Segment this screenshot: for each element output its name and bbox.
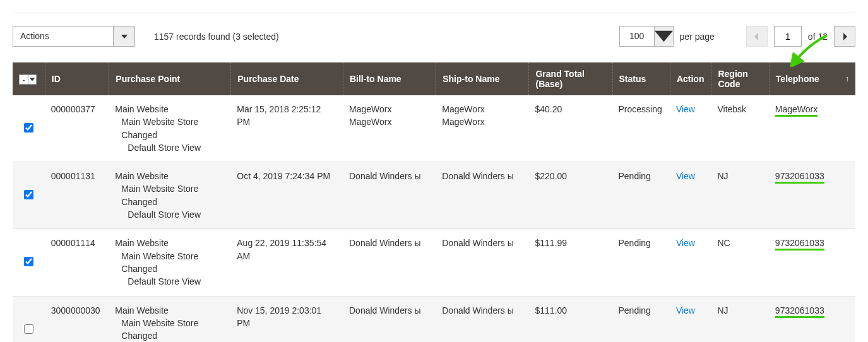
view-link[interactable]: View — [676, 104, 695, 114]
cell-ship-to: MageWorxMageWorx — [436, 95, 528, 162]
cell-region: Vitebsk — [711, 95, 768, 162]
per-page-select[interactable]: 100 — [619, 26, 674, 47]
row-checkbox[interactable] — [24, 123, 33, 133]
cell-purchase-date: Mar 15, 2018 2:25:12 PM — [230, 95, 343, 162]
cell-status: Pending — [612, 297, 670, 342]
cell-purchase-date: Oct 4, 2019 7:24:34 PM — [230, 162, 343, 229]
next-page-button[interactable] — [834, 26, 855, 47]
per-page-value: 100 — [619, 26, 655, 47]
cell-status: Processing — [612, 95, 670, 162]
total-pages: of 12 — [808, 32, 828, 42]
row-checkbox[interactable] — [24, 257, 33, 266]
cell-id: 000001114 — [45, 229, 109, 296]
actions-dropdown[interactable]: Actions — [13, 26, 135, 47]
header-bill-to[interactable]: Bill-to Name — [343, 62, 436, 95]
row-checkbox[interactable] — [24, 324, 33, 334]
cell-purchase-point: Main WebsiteMain Website Store ChangedDe… — [109, 162, 230, 229]
per-page-label: per page — [680, 32, 715, 42]
cell-telephone: MageWorx — [769, 95, 855, 162]
cell-purchase-date: Aug 22, 2019 11:35:54 AM — [230, 229, 343, 296]
header-telephone[interactable]: Telephone ↑ — [769, 62, 855, 95]
table-row: 3000000030Main WebsiteMain Website Store… — [13, 297, 855, 342]
cell-id: 3000000030 — [45, 297, 109, 342]
view-link[interactable]: View — [676, 238, 695, 248]
cell-action: View — [670, 162, 711, 229]
cell-purchase-point: Main WebsiteMain Website Store ChangedDe… — [109, 95, 230, 162]
cell-bill-to: Donald Winders ы — [343, 229, 436, 296]
actions-label: Actions — [13, 26, 114, 47]
cell-telephone: 9732061033 — [769, 297, 855, 342]
cell-telephone: 9732061033 — [769, 162, 855, 229]
cell-grand-total: $40.20 — [528, 95, 612, 162]
cell-grand-total: $111.99 — [528, 229, 612, 296]
cell-grand-total: $111.00 — [528, 297, 612, 342]
toolbar: Actions 1157 records found (3 selected) … — [13, 26, 855, 47]
table-row: 000000377Main WebsiteMain Website Store … — [13, 95, 855, 162]
sort-asc-icon: ↑ — [845, 74, 849, 83]
chevron-down-icon[interactable] — [655, 26, 674, 47]
top-divider — [13, 13, 855, 13]
header-action: Action — [670, 62, 711, 95]
cell-region: NC — [711, 229, 768, 296]
table-row: 000001114Main WebsiteMain Website Store … — [13, 229, 855, 296]
orders-grid: - ID Purchase Point Purchase Date Bill-t… — [13, 62, 855, 342]
header-purchase-point[interactable]: Purchase Point — [109, 62, 230, 95]
header-region[interactable]: Region Code — [711, 62, 768, 95]
page-number-input[interactable] — [774, 26, 802, 47]
header-purchase-date[interactable]: Purchase Date — [230, 62, 343, 95]
cell-purchase-date: Nov 15, 2019 2:03:01 PM — [230, 297, 343, 342]
cell-id: 000001131 — [45, 162, 109, 229]
view-link[interactable]: View — [676, 305, 695, 315]
cell-action: View — [670, 297, 711, 342]
cell-bill-to: MageWorxMageWorx — [343, 95, 436, 162]
view-link[interactable]: View — [676, 171, 695, 181]
cell-status: Pending — [612, 162, 670, 229]
cell-region: NJ — [711, 297, 768, 342]
per-page-control: 100 per page of 12 — [619, 26, 855, 47]
cell-bill-to: Donald Winders ы — [343, 162, 436, 229]
table-row: 000001131Main WebsiteMain Website Store … — [13, 162, 855, 229]
header-id[interactable]: ID — [45, 62, 109, 95]
cell-action: View — [670, 95, 711, 162]
cell-telephone: 9732061033 — [769, 229, 855, 296]
header-select-all[interactable]: - — [13, 62, 45, 95]
cell-status: Pending — [612, 229, 670, 296]
header-ship-to[interactable]: Ship-to Name — [436, 62, 528, 95]
cell-ship-to: Donald Winders ы — [436, 297, 528, 342]
cell-id: 000000377 — [45, 95, 109, 162]
cell-ship-to: Donald Winders ы — [436, 229, 528, 296]
header-status[interactable]: Status — [612, 62, 670, 95]
header-grand-total[interactable]: Grand Total (Base) — [528, 62, 612, 95]
records-count: 1157 records found (3 selected) — [154, 32, 279, 42]
cell-region: NJ — [711, 162, 768, 229]
select-all-checkbox[interactable]: - — [20, 75, 28, 84]
cell-action: View — [670, 229, 711, 296]
row-checkbox[interactable] — [24, 190, 33, 199]
chevron-down-icon[interactable] — [28, 75, 36, 84]
chevron-down-icon[interactable] — [114, 26, 135, 47]
cell-bill-to: Donald Winders ы — [343, 297, 436, 342]
cell-ship-to: Donald Winders ы — [436, 162, 528, 229]
cell-purchase-point: Main WebsiteMain Website Store ChangedDe… — [109, 229, 230, 296]
cell-grand-total: $220.00 — [528, 162, 612, 229]
prev-page-button[interactable] — [746, 26, 768, 47]
cell-purchase-point: Main WebsiteMain Website Store ChangedSe… — [109, 297, 230, 342]
